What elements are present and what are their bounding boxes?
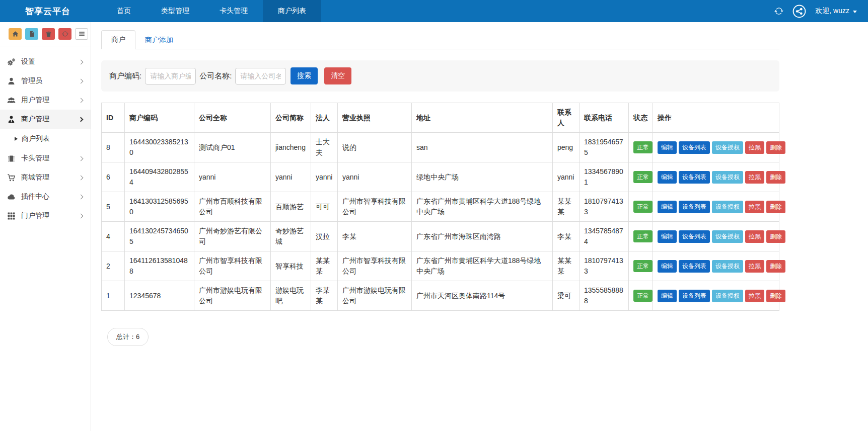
chevron-right-icon — [79, 175, 84, 180]
device-list-button[interactable]: 设备列表 — [679, 260, 710, 273]
nav-item-type-management[interactable]: 类型管理 — [146, 0, 204, 22]
chevron-right-icon — [79, 213, 84, 218]
device-auth-button[interactable]: 设备授权 — [712, 141, 743, 154]
home-button[interactable] — [9, 28, 22, 40]
cell-address: 广东省广州市黄埔区科学大道188号绿地中央广场 — [412, 192, 553, 222]
sidebar-item-user-management[interactable]: 用户管理 — [0, 91, 91, 110]
sidebar-item-label: 卡头管理 — [21, 154, 74, 163]
blacklist-button[interactable]: 拉黑 — [745, 290, 764, 302]
sidebar-subitem-merchant-list[interactable]: 商户列表 — [0, 129, 91, 149]
col-address: 地址 — [412, 103, 553, 133]
avatar-share-icon[interactable] — [792, 5, 806, 18]
search-button[interactable]: 搜索 — [291, 67, 318, 84]
edit-button[interactable]: 编辑 — [658, 230, 677, 243]
edit-button[interactable]: 编辑 — [658, 260, 677, 273]
clear-button[interactable]: 清空 — [324, 67, 351, 84]
sidebar-item-settings[interactable]: 设置 — [0, 52, 91, 71]
device-auth-button[interactable]: 设备授权 — [712, 201, 743, 213]
cart-icon — [7, 174, 16, 182]
sidebar-item-plugin-center[interactable]: 插件中心 — [0, 187, 91, 206]
cell-company-short-name: 智享科技 — [271, 251, 311, 281]
blacklist-button[interactable]: 拉黑 — [745, 171, 764, 184]
device-list-button[interactable]: 设备列表 — [679, 171, 710, 184]
cell-status: 正常 — [629, 251, 653, 281]
delete-button[interactable]: 删除 — [766, 260, 785, 273]
cell-merchant-code: 1641303125856950 — [125, 192, 194, 222]
sidebar-item-portal-management[interactable]: 门户管理 — [0, 206, 91, 225]
tab-merchant[interactable]: 商户 — [101, 30, 135, 49]
delete-button[interactable]: 删除 — [766, 141, 785, 154]
edit-button[interactable]: 编辑 — [658, 201, 677, 213]
refresh-icon[interactable] — [774, 7, 783, 16]
sidebar-item-label: 管理员 — [21, 76, 74, 85]
table-row: 6 1644094328028554 yanni yanni yanni yan… — [102, 162, 779, 192]
sidebar-item-label: 商户管理 — [21, 115, 74, 124]
cell-contact: peng — [553, 133, 580, 162]
delete-button[interactable]: 删除 — [766, 230, 785, 243]
user-menu[interactable]: 欢迎, wuzz — [815, 7, 857, 16]
chevron-right-icon — [79, 78, 84, 83]
nav-item-home[interactable]: 首页 — [102, 0, 146, 22]
merchant-icon — [7, 115, 16, 124]
delete-button[interactable]: 删除 — [766, 171, 785, 184]
edit-button[interactable]: 编辑 — [658, 141, 677, 154]
device-auth-button[interactable]: 设备授权 — [712, 230, 743, 243]
actions-cell: 编辑设备列表设备授权拉黑删除 — [653, 162, 779, 192]
blacklist-button[interactable]: 拉黑 — [745, 230, 764, 243]
sidebar-item-label: 设置 — [21, 57, 74, 66]
edit-button[interactable]: 编辑 — [658, 171, 677, 184]
cell-status: 正常 — [629, 281, 653, 311]
sidebar-item-mall-management[interactable]: 商城管理 — [0, 168, 91, 187]
cell-legal-person: 可可 — [311, 192, 338, 222]
status-badge: 正常 — [633, 260, 653, 272]
cell-merchant-code: 1644094328028554 — [125, 162, 194, 192]
nav-item-card-management[interactable]: 卡头管理 — [204, 0, 263, 22]
status-badge: 正常 — [633, 141, 653, 153]
chip-icon — [7, 154, 16, 163]
delete-button[interactable]: 删除 — [766, 290, 785, 302]
welcome-text: 欢迎, wuzz — [815, 7, 849, 16]
cell-id: 8 — [102, 133, 125, 162]
device-auth-button[interactable]: 设备授权 — [712, 290, 743, 302]
device-auth-button[interactable]: 设备授权 — [712, 260, 743, 273]
device-list-button[interactable]: 设备列表 — [679, 141, 710, 154]
merchant-table-body: 8 1644300233852130 测试商户01 jiancheng 士大夫 … — [102, 133, 779, 311]
device-list-button[interactable]: 设备列表 — [679, 290, 710, 302]
delete-button[interactable]: 删除 — [766, 201, 785, 213]
cell-status: 正常 — [629, 222, 653, 251]
nav-item-merchant-list[interactable]: 商户列表 — [263, 0, 321, 22]
sidebar-item-merchant-management[interactable]: 商户管理 — [0, 110, 91, 129]
cloud-icon — [7, 193, 16, 201]
sidebar-item-card-management[interactable]: 卡头管理 — [0, 149, 91, 168]
cell-status: 正常 — [629, 192, 653, 222]
cell-address: 绿地中央广场 — [412, 162, 553, 192]
blacklist-button[interactable]: 拉黑 — [745, 141, 764, 154]
col-company-short-name: 公司简称 — [271, 103, 311, 133]
cell-address: 广东省广州市海珠区南湾路 — [412, 222, 553, 251]
cell-contact-phone: 13555858888 — [580, 281, 629, 311]
device-list-button[interactable]: 设备列表 — [679, 230, 710, 243]
list-view-button[interactable] — [75, 28, 88, 40]
tab-merchant-add[interactable]: 商户添加 — [135, 31, 183, 49]
device-list-button[interactable]: 设备列表 — [679, 201, 710, 213]
cell-business-license: yanni — [338, 162, 412, 192]
cell-contact: 某某某 — [553, 192, 580, 222]
actions-cell: 编辑设备列表设备授权拉黑删除 — [653, 251, 779, 281]
col-status: 状态 — [629, 103, 653, 133]
file-button[interactable] — [25, 28, 38, 40]
recycle-button[interactable] — [58, 28, 71, 40]
company-name-input[interactable] — [235, 68, 286, 84]
edit-button[interactable]: 编辑 — [658, 290, 677, 302]
table-row: 8 1644300233852130 测试商户01 jiancheng 士大夫 … — [102, 133, 779, 162]
brand-title: 智享云平台 — [0, 0, 83, 22]
merchant-code-input[interactable] — [145, 68, 196, 84]
cell-legal-person: 某某某 — [311, 251, 338, 281]
trash-button[interactable] — [42, 28, 55, 40]
cell-company-short-name: 奇妙游艺城 — [271, 222, 311, 251]
blacklist-button[interactable]: 拉黑 — [745, 201, 764, 213]
cell-company-full-name: 广州奇妙游艺有限公司 — [194, 222, 271, 251]
blacklist-button[interactable]: 拉黑 — [745, 260, 764, 273]
sidebar-item-admin[interactable]: 管理员 — [0, 71, 91, 91]
device-auth-button[interactable]: 设备授权 — [712, 171, 743, 184]
col-legal-person: 法人 — [311, 103, 338, 133]
